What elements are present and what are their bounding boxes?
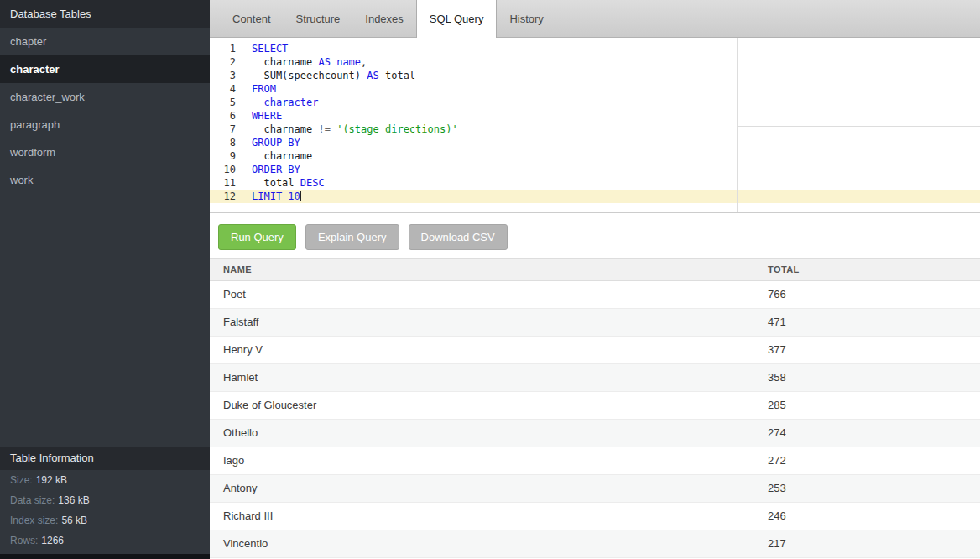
table-row[interactable]: Falstaff471 [210,309,980,337]
sidebar-item-paragraph[interactable]: paragraph [0,111,210,138]
sidebar-item-work[interactable]: work [0,166,210,194]
tab-content[interactable]: Content [220,0,284,38]
info-value: 136 kB [58,494,89,506]
download-csv-button[interactable]: Download CSV [409,224,508,250]
tab-sql-query[interactable]: SQL Query [416,0,498,38]
tab-bar: ContentStructureIndexesSQL QueryHistory [210,0,980,38]
cell-name: Richard III [210,503,754,530]
line-number: 6 [210,109,242,123]
editor-line: 2 charname AS name, [210,55,980,69]
tab-indexes[interactable]: Indexes [352,0,416,38]
table-row[interactable]: Poet766 [210,281,980,309]
sql-token: total [252,177,300,189]
sql-token: charname [252,150,312,162]
sql-token: AS [318,56,330,68]
line-number: 10 [210,163,242,176]
cell-name: Falstaff [210,309,754,336]
line-number: 7 [210,123,242,136]
sql-token: ORDER BY [252,164,300,175]
column-header-total[interactable]: TOTAL [754,259,980,280]
main-panel: ContentStructureIndexesSQL QueryHistory … [210,0,980,559]
editor-line: 1SELECT [210,42,980,55]
sidebar-item-character_work[interactable]: character_work [0,83,210,111]
cell-name: Iago [210,447,754,474]
cell-total: 246 [754,503,980,530]
sql-token: '(stage directions)' [336,123,458,135]
table-row[interactable]: Vincentio217 [210,530,980,558]
cell-name: Hamlet [210,364,754,391]
cell-total: 272 [754,447,980,474]
sql-token: character [263,97,318,108]
cell-total: 471 [754,309,980,336]
sql-token: GROUP BY [252,137,300,149]
editor-line: 12LIMIT 10 [210,190,980,203]
table-information-header: Table Information [0,447,210,470]
info-row-rows: Rows:1266 [0,530,210,551]
line-code: SUM(speechcount) AS total [242,69,415,82]
sql-token: SUM(speechcount) [252,70,367,81]
line-number: 1 [210,42,242,55]
column-header-name[interactable]: NAME [210,259,754,280]
sql-token: FROM [252,83,276,95]
tab-structure[interactable]: Structure [284,0,353,38]
editor-pane-divider[interactable] [737,38,738,212]
editor-right-divider [737,126,980,127]
line-number: 2 [210,55,242,69]
explain-query-button[interactable]: Explain Query [305,224,399,250]
sidebar-header: Database Tables [0,0,210,28]
results-table: Poet766Falstaff471Henry V377Hamlet358Duk… [210,281,980,558]
line-number: 4 [210,82,242,96]
cell-name: Antony [210,475,754,502]
table-row[interactable]: Antony253 [210,475,980,503]
sql-editor[interactable]: 1SELECT2 charname AS name,3 SUM(speechco… [210,38,980,213]
sidebar-item-chapter[interactable]: chapter [0,28,210,55]
line-number: 3 [210,69,242,82]
line-code: ORDER BY [242,163,300,176]
line-number: 5 [210,96,242,109]
text-cursor [300,191,301,201]
sql-token: DESC [300,177,325,189]
sql-token: total [379,70,415,81]
table-row[interactable]: Iago272 [210,447,980,475]
cell-total: 285 [754,392,980,419]
cell-total: 358 [754,364,980,391]
sql-token: , [361,56,367,68]
editor-line: 4FROM [210,82,980,96]
line-code: WHERE [242,109,282,123]
cell-total: 766 [754,281,980,308]
cell-total: 253 [754,475,980,502]
table-row[interactable]: Hamlet358 [210,364,980,392]
cell-name: Othello [210,420,754,447]
line-code: SELECT [242,42,288,55]
line-code: total DESC [242,176,325,190]
results-header: NAME TOTAL [210,258,980,281]
query-actions: Run QueryExplain QueryDownload CSV [210,213,980,258]
info-row-data-size: Data size:136 kB [0,490,210,510]
editor-line: 7 charname != '(stage directions)' [210,123,980,136]
sql-token [252,97,263,108]
sql-token: charname [252,56,318,68]
tab-history[interactable]: History [497,0,555,38]
info-label: Data size: [10,494,55,506]
sidebar-item-wordform[interactable]: wordform [0,138,210,166]
line-number: 12 [210,190,242,203]
cell-total: 217 [754,530,980,557]
sidebar-bottom-strip [0,554,210,559]
app: Database Tables chaptercharactercharacte… [0,0,980,559]
sql-token: SELECT [252,43,288,55]
table-row[interactable]: Othello274 [210,420,980,447]
line-code: charname AS name, [242,55,367,69]
table-row[interactable]: Henry V377 [210,337,980,364]
line-code: character [242,96,318,109]
editor-line: 8GROUP BY [210,136,980,149]
table-row[interactable]: Duke of Gloucester285 [210,392,980,420]
table-row[interactable]: Richard III246 [210,503,980,530]
line-code: FROM [242,82,276,96]
line-code: charname [242,149,312,163]
cell-total: 377 [754,337,980,363]
sql-token: AS [367,70,378,81]
cell-total: 274 [754,420,980,447]
sidebar-item-character[interactable]: character [0,55,210,83]
run-query-button[interactable]: Run Query [218,224,296,250]
info-label: Rows: [10,535,38,546]
